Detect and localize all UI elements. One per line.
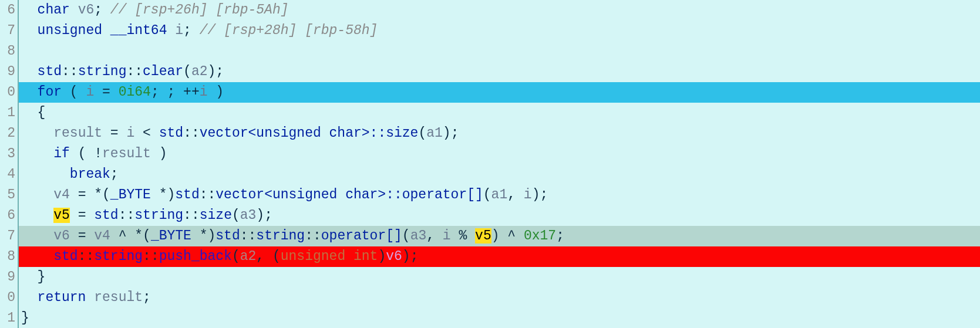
line-number: 1 (0, 308, 15, 328)
code-token: ; (110, 167, 119, 182)
code-token: push_back (159, 249, 232, 264)
code-token (21, 84, 38, 100)
code-token (70, 2, 78, 18)
code-token: ( (402, 228, 410, 244)
code-line[interactable]: for ( i = 0i64; ; ++i ) (19, 82, 980, 103)
code-token: v5 (53, 208, 70, 223)
code-token: std (159, 126, 183, 141)
code-token: = (102, 126, 126, 141)
code-token: v5 (475, 228, 491, 244)
code-line[interactable]: break; (19, 164, 980, 185)
line-number: 5 (0, 185, 15, 205)
code-token: ( ! (70, 146, 102, 161)
code-line[interactable]: { (19, 103, 980, 123)
code-token: , ( (256, 249, 280, 264)
line-number: 7 (0, 226, 15, 246)
line-number: 8 (0, 41, 15, 62)
code-token: std (38, 64, 62, 79)
code-token: clear (143, 64, 183, 79)
code-token: i (524, 187, 532, 202)
code-token: } (21, 310, 29, 326)
code-token: i (86, 84, 94, 100)
code-token: vector<unsigned char>::size (200, 126, 419, 141)
code-token: , (426, 228, 443, 244)
line-number-gutter: 6789012345678901 (0, 0, 19, 328)
code-line[interactable]: result = i < std::vector<unsigned char>:… (19, 123, 980, 144)
code-token: if (53, 146, 70, 161)
code-token: // [rsp+26h] [rbp-5Ah] (110, 2, 289, 18)
code-token: std (94, 208, 118, 223)
code-token: break (70, 167, 110, 182)
code-line[interactable]: v5 = std::string::size(a3); (19, 205, 980, 226)
code-token: :: (200, 187, 216, 202)
code-line[interactable]: char v6; // [rsp+26h] [rbp-5Ah] (19, 0, 980, 21)
code-token: = (70, 208, 94, 223)
code-area[interactable]: char v6; // [rsp+26h] [rbp-5Ah] unsigned… (19, 0, 980, 328)
code-token: a3 (240, 208, 257, 223)
code-token: , (507, 187, 524, 202)
code-line[interactable]: std::string::clear(a2); (19, 62, 980, 82)
code-token: ; (143, 290, 151, 305)
code-token: ); (443, 126, 459, 141)
code-token: i (200, 84, 208, 100)
code-line[interactable]: std::string::push_back(a2, (unsigned int… (19, 246, 980, 267)
code-token: *) (151, 187, 175, 202)
code-token: *) (191, 228, 215, 244)
code-token: ; (183, 23, 200, 38)
code-token (21, 187, 53, 202)
code-token: a2 (191, 64, 208, 79)
line-number: 0 (0, 82, 15, 103)
code-token: ); (256, 208, 272, 223)
line-number: 2 (0, 123, 15, 144)
line-number: 9 (0, 62, 15, 82)
code-token: a3 (410, 228, 427, 244)
decompiler-view[interactable]: 6789012345678901 char v6; // [rsp+26h] [… (0, 0, 980, 328)
code-token: ); (402, 249, 419, 264)
code-token: i (443, 228, 451, 244)
code-token: char (38, 2, 70, 18)
code-line[interactable]: unsigned __int64 i; // [rsp+28h] [rbp-58… (19, 21, 980, 41)
line-number: 9 (0, 267, 15, 288)
code-token: v4 (53, 187, 70, 202)
line-number: 4 (0, 164, 15, 185)
code-token: return (38, 290, 86, 305)
code-token: :: (119, 208, 135, 223)
line-number: 3 (0, 144, 15, 164)
code-line[interactable]: if ( !result ) (19, 144, 980, 164)
code-token: ( (418, 126, 426, 141)
code-token: v6 (78, 2, 95, 18)
code-token: :: (183, 208, 200, 223)
line-number: 0 (0, 288, 15, 308)
code-token (21, 23, 38, 38)
code-token: ( (232, 249, 240, 264)
code-token: a2 (240, 249, 257, 264)
code-token: ( (183, 64, 191, 79)
code-token: ) (151, 146, 167, 161)
code-token: ; (94, 2, 110, 18)
code-token (21, 228, 53, 244)
code-token (21, 126, 53, 141)
code-token: % (451, 228, 475, 244)
code-line[interactable]: } (19, 267, 980, 288)
code-token: :: (143, 249, 159, 264)
code-line[interactable] (19, 41, 980, 62)
code-token: result (53, 126, 102, 141)
code-line[interactable]: v4 = *(_BYTE *)std::vector<unsigned char… (19, 185, 980, 205)
code-line[interactable]: v6 = v4 ^ *(_BYTE *)std::string::operato… (19, 226, 980, 246)
code-token: :: (126, 64, 143, 79)
code-token: i (126, 126, 134, 141)
code-token: // [rsp+28h] [rbp-58h] (200, 23, 378, 38)
code-token: ( (483, 187, 491, 202)
code-line[interactable]: } (19, 308, 980, 328)
code-token: std (53, 249, 78, 264)
code-token: v6 (386, 249, 402, 264)
code-token: :: (305, 228, 321, 244)
code-token (21, 146, 53, 161)
code-token: string (134, 208, 183, 223)
line-number: 6 (0, 0, 15, 21)
code-token: ); (532, 187, 548, 202)
code-token: vector<unsigned char>::operator[] (215, 187, 483, 202)
code-line[interactable]: return result; (19, 288, 980, 308)
code-token: { (21, 105, 45, 120)
code-token (21, 208, 53, 223)
